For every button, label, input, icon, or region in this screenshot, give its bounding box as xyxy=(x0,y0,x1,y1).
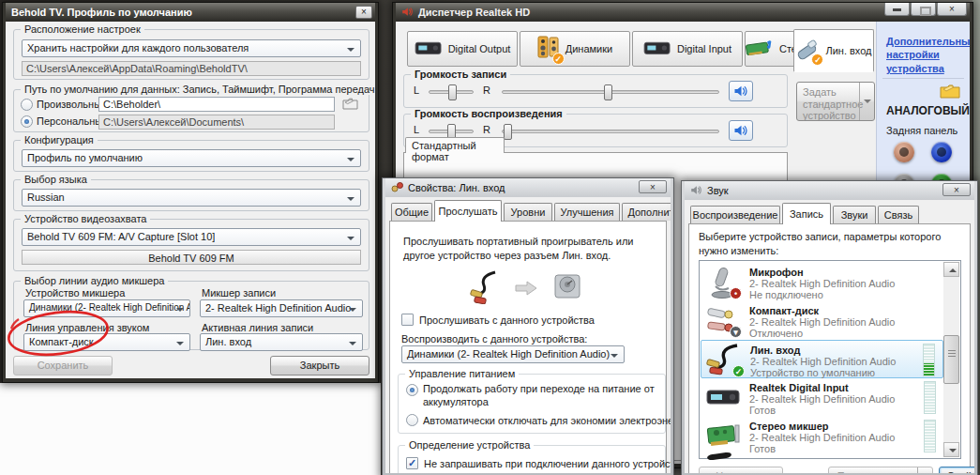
digital-device-icon xyxy=(415,39,443,58)
storage-combo[interactable]: Хранить настройки для каждого пользовате… xyxy=(22,39,361,57)
capture-device-group: Устройство видеозахвата Behold TV 609 FM… xyxy=(13,219,369,271)
list-scrollbar[interactable] xyxy=(943,262,959,457)
mixer-line-caption: Выбор линии аудио микшера xyxy=(21,275,168,286)
tab-playback[interactable]: Воспроизведение xyxy=(690,206,780,223)
close-button[interactable]: × xyxy=(937,3,967,16)
tab-line-in-selected[interactable]: ✓ Лин. вход xyxy=(793,29,874,72)
tab-advanced[interactable]: Дополнительно xyxy=(622,203,671,221)
arrow-icon xyxy=(514,280,538,299)
tab-recording[interactable]: Запись xyxy=(782,203,831,224)
device-row-microphone[interactable]: • Микрофон 2- Realtek High Definition Au… xyxy=(701,263,943,301)
set-default-button[interactable]: По умолчанию xyxy=(828,467,933,473)
listen-tab-page: Прослушивать портативный проигрыватель и… xyxy=(389,221,667,473)
microphone-icon: • xyxy=(704,266,746,299)
continue-on-battery-radio[interactable] xyxy=(406,384,418,396)
scroll-thumb[interactable] xyxy=(943,335,959,384)
data-path-group: Путь по умолчанию для данных: Запись, Та… xyxy=(13,89,369,132)
language-caption: Выбор языка xyxy=(21,174,91,185)
properties-titlebar[interactable]: Свойства: Лин. вход × xyxy=(385,178,671,197)
device-detection-caption: Определение устройства xyxy=(405,439,534,451)
data-path-caption: Путь по умолчанию для данных: Запись, Та… xyxy=(21,84,375,95)
close-button[interactable]: × xyxy=(942,183,971,196)
playback-device-combo[interactable]: Динамики (2- Realtek High Definition Aud… xyxy=(401,345,625,363)
sound-control-combo[interactable]: Компакт-диск xyxy=(23,333,190,351)
playback-balance-slider[interactable] xyxy=(429,130,474,133)
personal-path-label: Персональный xyxy=(37,115,108,127)
desktop: Диспетчер Realtek HD × Дополнительные на… xyxy=(0,0,980,475)
minimize-button[interactable] xyxy=(884,3,910,16)
not-plugged-badge: • xyxy=(730,287,742,299)
speaker-device-icon xyxy=(551,270,583,304)
listen-checkbox[interactable] xyxy=(401,314,414,326)
tab-speakers[interactable]: ✓ Динамики xyxy=(520,31,630,67)
language-combo[interactable]: Russian xyxy=(22,189,361,207)
record-mixer-combo[interactable]: 2- Realtek High Definition Audio xyxy=(200,299,363,317)
no-prompt-checkbox[interactable]: ✓ xyxy=(406,457,418,469)
line-in-plug-icon xyxy=(391,181,403,195)
background-window-area xyxy=(0,383,381,475)
record-mute-button[interactable] xyxy=(729,81,753,101)
capture-device-combo[interactable]: Behold TV 609 FM: A/V Capture [Slot 10] xyxy=(22,228,361,246)
device-row-cd[interactable]: ▾ Компакт-диск 2- Realtek High Definitio… xyxy=(701,301,943,340)
auto-off-radio[interactable] xyxy=(406,414,418,426)
personal-path-radio[interactable] xyxy=(21,115,33,128)
device-row-stereo-mixer[interactable]: Стерео микшер 2- Realtek High Definition… xyxy=(701,417,943,455)
sound-titlebar[interactable]: Звук × xyxy=(685,181,974,200)
playback-volume-slider[interactable] xyxy=(502,130,719,133)
level-meter-inactive xyxy=(924,420,936,452)
device-row-line-in[interactable]: ✓ Лин. вход 2- Realtek High Definition A… xyxy=(701,340,943,378)
record-volume-slider[interactable] xyxy=(502,90,719,94)
custom-path-radio[interactable] xyxy=(21,99,33,111)
language-group: Выбор языка Russian xyxy=(13,179,369,211)
settings-location-group: Расположение настроек Хранить настройки … xyxy=(13,29,369,80)
close-button[interactable]: × xyxy=(355,6,372,19)
digital-input-icon xyxy=(704,381,746,415)
configuration-combo[interactable]: Профиль по умолчанию xyxy=(22,149,361,167)
folder-icon[interactable] xyxy=(940,84,960,100)
browse-folder-button[interactable] xyxy=(342,98,358,112)
tab-digital-input[interactable]: Digital Input xyxy=(632,31,743,67)
scroll-down-button[interactable] xyxy=(943,442,959,457)
no-prompt-label: Не запрашивать при подключении данного у… xyxy=(424,458,671,469)
behold-titlebar[interactable]: Behold TV. Профиль по умолчанию × xyxy=(6,3,375,22)
custom-path-field[interactable]: C:\Beholder\ xyxy=(98,97,335,112)
default-dropdown-arrow[interactable] xyxy=(917,467,932,473)
properties-button[interactable]: Свойства xyxy=(939,467,974,473)
realtek-titlebar[interactable]: Диспетчер Realtek HD × xyxy=(396,3,970,22)
mixer-device-combo[interactable]: Динамики (2- Realtek High Definition Aud… xyxy=(23,299,190,317)
line-in-icon: ✓ xyxy=(795,38,820,64)
behold-title: Behold TV. Профиль по умолчанию xyxy=(11,7,192,18)
advanced-settings-link[interactable]: Дополнительные настройки устройства xyxy=(886,35,969,75)
sound-speaker-icon xyxy=(690,184,702,198)
tab-listen[interactable]: Прослушать xyxy=(434,200,502,222)
default-check-badge: ✓ xyxy=(811,54,823,66)
tab-label: Динамики xyxy=(565,43,612,54)
sound-body: Воспроизведение Запись Звуки Связь Выбер… xyxy=(685,200,974,473)
close-button[interactable]: × xyxy=(639,180,667,193)
record-balance-slider[interactable] xyxy=(429,90,474,94)
configure-button[interactable]: Настроить xyxy=(699,467,783,473)
close-window-button[interactable]: Закрыть xyxy=(270,356,369,375)
tab-levels[interactable]: Уровни xyxy=(504,203,552,221)
properties-body: Общие Прослушать Уровни Улучшения Дополн… xyxy=(385,197,671,473)
tab-general[interactable]: Общие xyxy=(391,203,432,221)
scroll-up-button[interactable] xyxy=(943,262,959,277)
maximize-button[interactable] xyxy=(911,3,936,16)
tab-communications[interactable]: Связь xyxy=(878,206,919,223)
tab-digital-output[interactable]: Digital Output xyxy=(407,31,518,67)
device-row-digital-input[interactable]: Realtek Digital Input 2- Realtek High De… xyxy=(701,378,943,417)
tab-enhancements[interactable]: Улучшения xyxy=(554,203,620,221)
tab-sounds[interactable]: Звуки xyxy=(833,206,876,223)
tab-label: Digital Input xyxy=(677,43,731,54)
active-line-combo[interactable]: Лин. вход xyxy=(200,333,363,351)
device-detection-group: Определение устройства ✓ Не запрашивать … xyxy=(398,445,666,473)
playback-mute-button[interactable] xyxy=(729,120,753,141)
jack-blue[interactable] xyxy=(931,142,952,162)
active-line-label: Активная линия записи xyxy=(202,322,313,333)
standard-format-tab[interactable]: Стандартный формат xyxy=(405,137,505,153)
save-button[interactable]: Сохранить xyxy=(13,356,113,375)
capture-device-caption: Устройство видеозахвата xyxy=(21,213,150,224)
jack-pink[interactable] xyxy=(894,142,914,162)
set-default-device-button[interactable]: Задать стандартное устройство xyxy=(796,82,875,121)
split-dropdown-arrow[interactable] xyxy=(859,83,874,120)
